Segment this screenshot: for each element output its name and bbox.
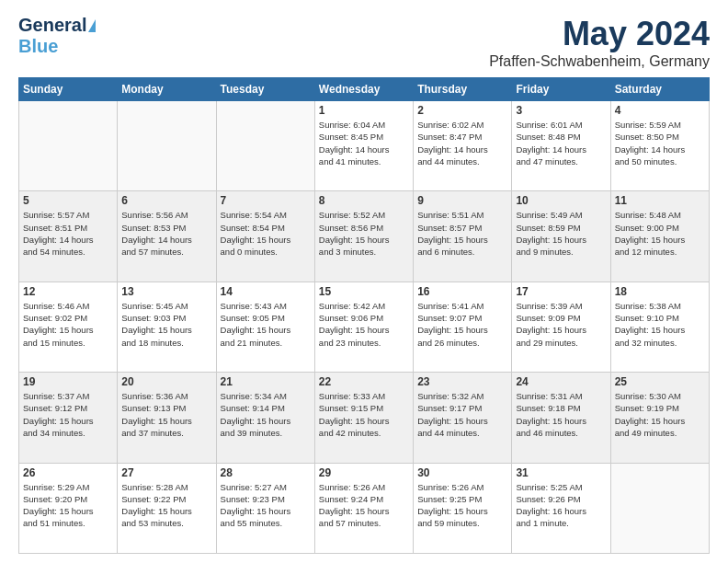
day-info: Sunrise: 5:30 AMSunset: 9:19 PMDaylight:… xyxy=(615,390,705,439)
table-row: 5Sunrise: 5:57 AMSunset: 8:51 PMDaylight… xyxy=(19,191,118,282)
day-number: 12 xyxy=(23,285,113,298)
day-info: Sunrise: 5:41 AMSunset: 9:07 PMDaylight:… xyxy=(417,300,507,349)
header: General Blue May 2024 Pfaffen-Schwabenhe… xyxy=(18,15,710,70)
table-row: 28Sunrise: 5:27 AMSunset: 9:23 PMDayligh… xyxy=(216,463,314,553)
day-info: Sunrise: 5:45 AMSunset: 9:03 PMDaylight:… xyxy=(121,300,211,349)
table-row: 13Sunrise: 5:45 AMSunset: 9:03 PMDayligh… xyxy=(118,282,216,372)
header-saturday: Saturday xyxy=(610,78,709,101)
day-info: Sunrise: 5:43 AMSunset: 9:05 PMDaylight:… xyxy=(221,300,311,349)
day-number: 5 xyxy=(23,194,113,207)
day-info: Sunrise: 5:51 AMSunset: 8:57 PMDaylight:… xyxy=(417,209,507,258)
header-wednesday: Wednesday xyxy=(314,78,413,101)
day-info: Sunrise: 5:28 AMSunset: 9:22 PMDaylight:… xyxy=(121,481,211,530)
day-number: 11 xyxy=(615,194,705,207)
day-number: 21 xyxy=(221,375,311,388)
title-block: May 2024 Pfaffen-Schwabenheim, Germany xyxy=(489,15,710,70)
logo-general: General xyxy=(18,15,86,36)
logo-blue: Blue xyxy=(18,36,58,56)
day-number: 27 xyxy=(121,466,211,479)
table-row: 10Sunrise: 5:49 AMSunset: 8:59 PMDayligh… xyxy=(512,191,610,282)
day-number: 31 xyxy=(516,466,606,479)
day-info: Sunrise: 5:25 AMSunset: 9:26 PMDaylight:… xyxy=(516,481,606,530)
table-row: 31Sunrise: 5:25 AMSunset: 9:26 PMDayligh… xyxy=(512,463,610,553)
table-row: 18Sunrise: 5:38 AMSunset: 9:10 PMDayligh… xyxy=(610,282,709,372)
day-info: Sunrise: 5:33 AMSunset: 9:15 PMDaylight:… xyxy=(319,390,409,439)
month-title: May 2024 xyxy=(489,15,710,53)
day-number: 18 xyxy=(615,285,705,298)
day-info: Sunrise: 5:46 AMSunset: 9:02 PMDaylight:… xyxy=(23,300,113,349)
day-number: 19 xyxy=(23,375,113,388)
table-row: 11Sunrise: 5:48 AMSunset: 9:00 PMDayligh… xyxy=(610,191,709,282)
header-thursday: Thursday xyxy=(414,78,512,101)
day-info: Sunrise: 6:01 AMSunset: 8:48 PMDaylight:… xyxy=(516,119,606,167)
table-row: 4Sunrise: 5:59 AMSunset: 8:50 PMDaylight… xyxy=(610,101,709,191)
table-row: 22Sunrise: 5:33 AMSunset: 9:15 PMDayligh… xyxy=(314,373,413,463)
day-info: Sunrise: 5:38 AMSunset: 9:10 PMDaylight:… xyxy=(615,300,705,349)
day-info: Sunrise: 5:39 AMSunset: 9:09 PMDaylight:… xyxy=(516,300,606,349)
table-row: 15Sunrise: 5:42 AMSunset: 9:06 PMDayligh… xyxy=(314,282,413,372)
logo-line2: Blue xyxy=(18,36,58,57)
day-info: Sunrise: 5:27 AMSunset: 9:23 PMDaylight:… xyxy=(221,481,311,530)
table-row: 7Sunrise: 5:54 AMSunset: 8:54 PMDaylight… xyxy=(216,191,314,282)
day-number: 3 xyxy=(516,104,606,117)
day-number: 30 xyxy=(417,466,507,479)
day-number: 22 xyxy=(319,375,409,388)
day-info: Sunrise: 5:49 AMSunset: 8:59 PMDaylight:… xyxy=(516,209,606,258)
table-row: 12Sunrise: 5:46 AMSunset: 9:02 PMDayligh… xyxy=(19,282,118,372)
table-row: 2Sunrise: 6:02 AMSunset: 8:47 PMDaylight… xyxy=(414,101,512,191)
table-row: 16Sunrise: 5:41 AMSunset: 9:07 PMDayligh… xyxy=(414,282,512,372)
table-row: 27Sunrise: 5:28 AMSunset: 9:22 PMDayligh… xyxy=(118,463,216,553)
table-row: 25Sunrise: 5:30 AMSunset: 9:19 PMDayligh… xyxy=(610,373,709,463)
day-info: Sunrise: 5:54 AMSunset: 8:54 PMDaylight:… xyxy=(221,209,311,258)
header-tuesday: Tuesday xyxy=(216,78,314,101)
day-number: 16 xyxy=(417,285,507,298)
day-number: 17 xyxy=(516,285,606,298)
header-friday: Friday xyxy=(512,78,610,101)
day-info: Sunrise: 5:26 AMSunset: 9:25 PMDaylight:… xyxy=(417,481,507,530)
day-number: 20 xyxy=(121,375,211,388)
day-number: 26 xyxy=(23,466,113,479)
table-row: 17Sunrise: 5:39 AMSunset: 9:09 PMDayligh… xyxy=(512,282,610,372)
table-row: 26Sunrise: 5:29 AMSunset: 9:20 PMDayligh… xyxy=(19,463,118,553)
day-number: 28 xyxy=(221,466,311,479)
calendar-week-2: 5Sunrise: 5:57 AMSunset: 8:51 PMDaylight… xyxy=(19,191,710,282)
table-row: 21Sunrise: 5:34 AMSunset: 9:14 PMDayligh… xyxy=(216,373,314,463)
table-row: 19Sunrise: 5:37 AMSunset: 9:12 PMDayligh… xyxy=(19,373,118,463)
day-info: Sunrise: 5:52 AMSunset: 8:56 PMDaylight:… xyxy=(319,209,409,258)
table-row: 23Sunrise: 5:32 AMSunset: 9:17 PMDayligh… xyxy=(414,373,512,463)
table-row: 8Sunrise: 5:52 AMSunset: 8:56 PMDaylight… xyxy=(314,191,413,282)
day-info: Sunrise: 5:29 AMSunset: 9:20 PMDaylight:… xyxy=(23,481,113,530)
day-number: 9 xyxy=(417,194,507,207)
day-number: 4 xyxy=(615,104,705,117)
day-info: Sunrise: 5:42 AMSunset: 9:06 PMDaylight:… xyxy=(319,300,409,349)
day-info: Sunrise: 6:02 AMSunset: 8:47 PMDaylight:… xyxy=(417,119,507,167)
day-info: Sunrise: 5:34 AMSunset: 9:14 PMDaylight:… xyxy=(221,390,311,439)
calendar-week-5: 26Sunrise: 5:29 AMSunset: 9:20 PMDayligh… xyxy=(19,463,710,553)
table-row xyxy=(216,101,314,191)
table-row xyxy=(118,101,216,191)
table-row xyxy=(610,463,709,553)
day-number: 6 xyxy=(121,194,211,207)
calendar-week-4: 19Sunrise: 5:37 AMSunset: 9:12 PMDayligh… xyxy=(19,373,710,463)
calendar-header-row: Sunday Monday Tuesday Wednesday Thursday… xyxy=(19,78,710,101)
table-row: 30Sunrise: 5:26 AMSunset: 9:25 PMDayligh… xyxy=(414,463,512,553)
day-info: Sunrise: 5:37 AMSunset: 9:12 PMDaylight:… xyxy=(23,390,113,439)
day-info: Sunrise: 5:32 AMSunset: 9:17 PMDaylight:… xyxy=(417,390,507,439)
logo-line1: General xyxy=(18,15,96,36)
day-number: 29 xyxy=(319,466,409,479)
day-number: 2 xyxy=(417,104,507,117)
day-number: 10 xyxy=(516,194,606,207)
page: General Blue May 2024 Pfaffen-Schwabenhe… xyxy=(0,0,728,563)
day-number: 25 xyxy=(615,375,705,388)
table-row xyxy=(19,101,118,191)
logo: General Blue xyxy=(18,15,96,57)
day-info: Sunrise: 5:36 AMSunset: 9:13 PMDaylight:… xyxy=(121,390,211,439)
table-row: 3Sunrise: 6:01 AMSunset: 8:48 PMDaylight… xyxy=(512,101,610,191)
table-row: 24Sunrise: 5:31 AMSunset: 9:18 PMDayligh… xyxy=(512,373,610,463)
day-info: Sunrise: 5:59 AMSunset: 8:50 PMDaylight:… xyxy=(615,119,705,167)
day-number: 14 xyxy=(221,285,311,298)
table-row: 1Sunrise: 6:04 AMSunset: 8:45 PMDaylight… xyxy=(314,101,413,191)
day-info: Sunrise: 5:26 AMSunset: 9:24 PMDaylight:… xyxy=(319,481,409,530)
header-sunday: Sunday xyxy=(19,78,118,101)
table-row: 20Sunrise: 5:36 AMSunset: 9:13 PMDayligh… xyxy=(118,373,216,463)
